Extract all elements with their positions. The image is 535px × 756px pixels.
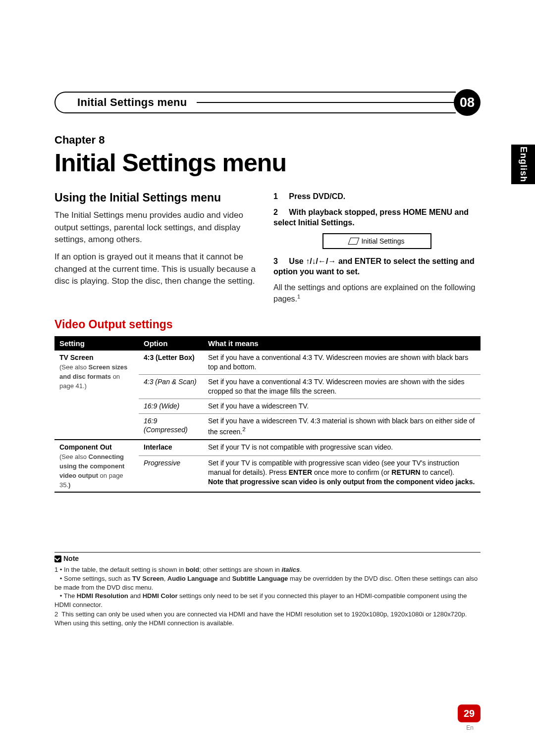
cell-option: 4:3 (Pan & Scan) [139,374,203,399]
step-3-note: All the settings and options are explain… [273,282,481,305]
step-3-num: 3 [273,257,278,265]
note-1: 1 • In the table, the default setting is… [54,565,481,609]
intro-p2: If an option is grayed out it means that… [54,251,262,288]
th-meaning: What it means [203,336,481,351]
intro-p1: The Initial Settings menu provides audio… [54,209,262,246]
table-header-row: Setting Option What it means [54,336,481,351]
cell-setting: TV Screen(See also Screen sizes and disc… [54,351,139,440]
main-title: Initial Settings menu [54,149,481,177]
cell-option: 16:9 (Wide) [139,399,203,413]
step-2-num: 2 [273,208,278,216]
page-lang: En [466,724,474,731]
osd-icon [348,238,360,245]
note-label: Note [54,554,79,563]
cell-desc: Set if your TV is compatible with progre… [203,456,481,493]
note-icon [54,555,61,562]
cell-desc: Set if your TV is not compatible with pr… [203,440,481,456]
settings-table: Setting Option What it means TV Screen(S… [54,336,481,493]
header-title: Initial Settings menu [68,96,193,109]
step-2: 2 With playback stopped, press HOME MENU… [273,207,481,228]
language-tab: English [511,145,535,184]
cell-option: Interlace [139,440,203,456]
video-output-heading: Video Output settings [54,318,481,331]
step-3: 3 Use ↑/↓/←/→ and ENTER to select the se… [273,256,481,277]
cell-desc: Set if you have a widescreen TV. [203,399,481,413]
cell-desc: Set if you have a conventional 4:3 TV. W… [203,351,481,374]
page-number-badge: 29 [458,705,481,722]
osd-diagram: Initial Settings [322,233,431,249]
cell-setting: Component Out(See also Connecting using … [54,440,139,492]
osd-label: Initial Settings [361,237,404,245]
cell-desc: Set if you have a conventional 4:3 TV. W… [203,374,481,399]
table-row: TV Screen(See also Screen sizes and disc… [54,351,481,374]
step-1: 1 Press DVD/CD. [273,191,481,202]
th-setting: Setting [54,336,139,351]
table-row: Component Out(See also Connecting using … [54,440,481,456]
cell-option: Progressive [139,456,203,493]
intro-heading: Using the Initial Settings menu [54,191,262,204]
note-2: 2 This setting can only be used when you… [54,610,481,627]
cell-option: 4:3 (Letter Box) [139,351,203,374]
th-option: Option [139,336,203,351]
chapter-header: Initial Settings menu 08 [54,89,481,116]
notes-block: Note 1 • In the table, the default setti… [54,552,481,627]
chapter-label: Chapter 8 [54,134,481,147]
chapter-number-badge: 08 [454,89,481,116]
step-1-num: 1 [273,192,278,201]
cell-option: 16:9 (Compressed) [139,413,203,440]
cell-desc: Set if you have a widescreen TV. 4:3 mat… [203,413,481,440]
